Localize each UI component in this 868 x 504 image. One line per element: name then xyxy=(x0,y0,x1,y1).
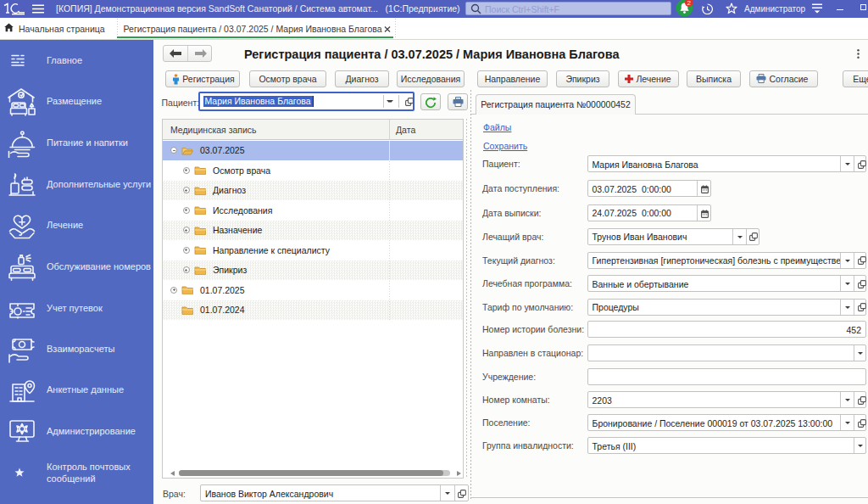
svg-text:2: 2 xyxy=(687,0,691,7)
